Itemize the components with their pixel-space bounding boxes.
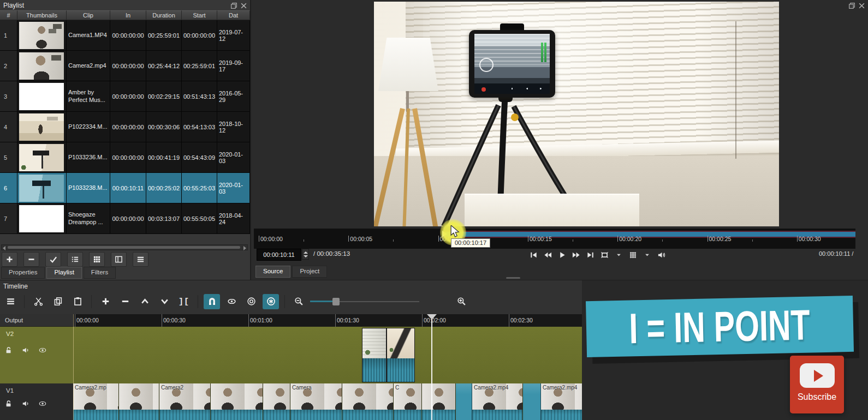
timeline-clip[interactable] — [211, 383, 263, 420]
position-spinner[interactable] — [302, 249, 309, 260]
copy-button[interactable] — [50, 294, 66, 309]
scrub-while-dragging-button[interactable] — [223, 294, 240, 309]
ripple-delete-button[interactable] — [117, 294, 133, 309]
playlist-row[interactable]: 5P1033236.M...00:00:00:0000:00:41:1900:5… — [0, 142, 250, 173]
zoom-out-button[interactable] — [290, 294, 307, 309]
timeline-clip[interactable] — [523, 383, 541, 420]
zoom-slider[interactable] — [310, 296, 419, 307]
timeline-clip[interactable] — [342, 383, 394, 420]
append-button[interactable] — [97, 294, 114, 309]
view-icons-button[interactable] — [89, 252, 105, 267]
column-header-start[interactable]: Start — [182, 10, 217, 20]
column-header-thumbnails[interactable]: Thumbnails — [17, 10, 67, 20]
view-details-button[interactable] — [67, 252, 83, 267]
timeline-menu-button[interactable] — [2, 294, 19, 309]
zoom-fit-dropdown-button[interactable] — [614, 250, 623, 260]
split-button[interactable]: ][ — [176, 294, 192, 309]
output-track-header[interactable]: Output — [0, 314, 73, 327]
close-icon[interactable] — [858, 2, 865, 9]
tab-playlist[interactable]: Playlist — [46, 267, 81, 279]
timeline-clip[interactable] — [362, 328, 387, 382]
timeline-clip[interactable]: Camera — [290, 383, 342, 420]
playlist-row[interactable]: 1Camera1.MP400:00:00:0000:25:59:0100:00:… — [0, 20, 250, 51]
scroll-right-icon[interactable] — [243, 246, 246, 250]
playlist-menu-button[interactable] — [133, 252, 148, 267]
mute-icon[interactable] — [22, 346, 29, 354]
timeline-clip[interactable] — [263, 383, 290, 420]
column-header-num[interactable]: # — [0, 10, 17, 20]
timeline-tracks[interactable]: Output 00:00:0000:00:3000:01:0000:01:300… — [0, 314, 582, 420]
position-field[interactable]: 00:00:10:11 — [257, 249, 301, 261]
timeline-ruler[interactable]: 00:00:0000:00:3000:01:0000:01:3000:02:00… — [73, 314, 582, 327]
subscribe-button[interactable]: Subscribe — [790, 356, 844, 413]
timeline-clip[interactable]: Camera2.mp4 — [472, 383, 523, 420]
playlist-row[interactable]: 3Amber by Perfect Mus...00:00:00:0000:02… — [0, 81, 250, 112]
skip-to-end-button[interactable] — [585, 250, 595, 260]
scrollbar-thumb[interactable] — [8, 246, 240, 249]
playhead-marker[interactable] — [427, 314, 437, 320]
spin-up-icon[interactable] — [304, 251, 308, 254]
float-icon[interactable] — [230, 2, 237, 9]
ripple-all-tracks-button[interactable] — [263, 294, 279, 309]
zoom-fit-button[interactable] — [599, 250, 609, 260]
paste-button[interactable] — [69, 294, 86, 309]
overwrite-button[interactable] — [156, 294, 173, 309]
close-icon[interactable] — [240, 2, 247, 9]
player-scrubber[interactable]: 00:00:0000:00:0500:00:1000:00:1500:00:20… — [254, 229, 855, 249]
scroll-left-icon[interactable] — [3, 246, 5, 250]
column-header-date[interactable]: Dat — [217, 10, 250, 20]
timeline-clip[interactable]: C — [394, 383, 422, 420]
timeline-clip[interactable] — [422, 383, 456, 420]
zoom-in-button[interactable] — [453, 294, 469, 309]
snap-button[interactable] — [204, 294, 220, 309]
add-button[interactable] — [2, 252, 17, 267]
track-header-v2[interactable]: V2 — [0, 327, 73, 383]
timeline-clip[interactable] — [119, 383, 159, 420]
playlist-row[interactable]: 7Shoegaze Dreampop ...00:00:00:0000:03:1… — [0, 203, 250, 234]
tab-project[interactable]: Project — [292, 266, 327, 278]
grid-dropdown-button[interactable] — [642, 250, 652, 260]
playlist-row[interactable]: 2Camera2.mp400:00:00:0000:25:44:1200:25:… — [0, 51, 250, 81]
lift-button[interactable] — [136, 294, 153, 309]
cut-button[interactable] — [30, 294, 46, 309]
playlist-hscrollbar[interactable] — [1, 244, 248, 250]
lock-icon[interactable] — [5, 346, 13, 354]
spin-down-icon[interactable] — [304, 255, 308, 257]
track-v1[interactable]: Camera2.mpCamera2CameraCCamera2.mp4Camer… — [73, 383, 582, 420]
splitter-handle[interactable] — [506, 277, 520, 279]
playlist-row[interactable]: 6P1033238.M...00:00:10:1100:00:25:0200:5… — [0, 173, 250, 203]
column-header-duration[interactable]: Duration — [146, 10, 182, 20]
playlist-row[interactable]: 4P1022334.M...00:00:00:0000:00:30:0600:5… — [0, 112, 250, 142]
timeline-clip[interactable]: Camera2.mp4 — [541, 383, 582, 420]
playhead-line[interactable] — [431, 314, 432, 420]
timeline-clip[interactable] — [456, 383, 472, 420]
mute-icon[interactable] — [22, 400, 29, 407]
rewind-button[interactable] — [543, 250, 552, 260]
play-button[interactable] — [557, 250, 567, 260]
hide-icon[interactable] — [39, 400, 46, 407]
timeline-clip[interactable] — [387, 328, 415, 382]
tab-properties[interactable]: Properties — [1, 267, 45, 279]
volume-button[interactable] — [656, 250, 666, 260]
fast-forward-button[interactable] — [571, 250, 581, 260]
timeline-clip[interactable]: Camera2.mp — [73, 383, 119, 420]
column-header-in[interactable]: In — [110, 10, 146, 20]
float-icon[interactable] — [848, 2, 855, 9]
track-header-v1[interactable]: V1 — [0, 383, 73, 420]
tab-source[interactable]: Source — [255, 266, 290, 278]
slider-handle[interactable] — [332, 298, 340, 305]
remove-button[interactable] — [23, 252, 39, 267]
view-tiles-button[interactable] — [111, 252, 127, 267]
timeline-clip[interactable]: Camera2 — [159, 383, 211, 420]
video-preview[interactable] — [374, 2, 779, 226]
grid-button[interactable] — [628, 250, 638, 260]
lock-icon[interactable] — [5, 400, 13, 407]
track-v2[interactable] — [73, 327, 582, 383]
skip-to-start-button[interactable] — [528, 250, 538, 260]
update-button[interactable] — [45, 252, 61, 267]
hide-icon[interactable] — [39, 346, 46, 354]
column-header-clip[interactable]: Clip — [67, 10, 110, 20]
playlist-tabs: PropertiesPlaylistFilters — [1, 267, 116, 279]
ripple-button[interactable] — [243, 294, 259, 309]
tab-filters[interactable]: Filters — [84, 267, 116, 279]
